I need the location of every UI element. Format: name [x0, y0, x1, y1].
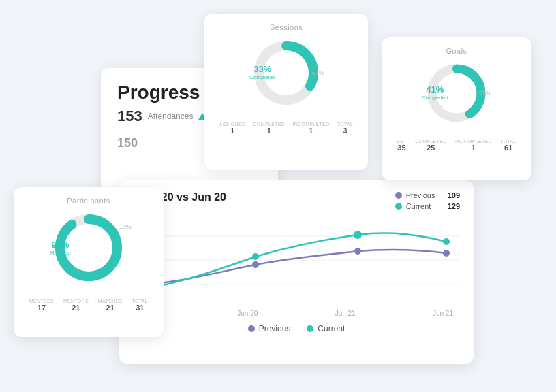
legend-previous: Previous 109 — [395, 191, 460, 199]
goals-pct: 41% — [422, 85, 448, 95]
line-chart — [133, 216, 460, 304]
previous-dot — [395, 192, 402, 199]
x-label-2: Jun 20 — [237, 310, 258, 317]
current-point-2 — [354, 231, 362, 239]
legend-current: Current 129 — [395, 202, 460, 210]
participants-title: Participants — [25, 197, 153, 205]
chart-card: June 20 vs Jun 20 Previous 109 Current 1… — [119, 180, 474, 364]
chart-x-axis: Jun 19 Jun 20 Jun 21 Jun 21 — [133, 310, 460, 317]
bottom-current-label: Current — [318, 324, 345, 333]
current-point-3 — [443, 238, 450, 245]
chart-legend: Previous 109 Current 129 — [395, 191, 460, 210]
goals-stat-incompleted: INCOMPLETED 1 — [455, 139, 492, 152]
goals-remaining-pct: 59% — [479, 90, 491, 97]
goals-card: Goals 41% Completed 59% SET 35 COMPLETED… — [382, 37, 531, 180]
participants-remaining-pct: 10% — [119, 223, 132, 230]
bottom-legend-previous: Previous — [248, 324, 291, 333]
participants-card: Participants 90% Matched 10% MENTEES 17 … — [14, 187, 164, 337]
sessions-stats: ASSIGNED 1 COMPLETED 1 INCOMPLETED 1 TOT… — [215, 116, 357, 135]
sessions-pct: 33% — [249, 65, 276, 74]
sessions-stat-assigned: ASSIGNED 1 — [219, 122, 246, 135]
goals-title: Goals — [392, 47, 521, 55]
goals-stat-set: SET 35 — [397, 139, 407, 152]
bottom-current-dot — [307, 325, 313, 332]
chart-area — [133, 216, 460, 304]
sessions-stat-completed: COMPLETED 1 — [253, 122, 285, 135]
previous-value: 109 — [448, 191, 460, 199]
bottom-previous-dot — [248, 325, 255, 332]
previous-label: Previous — [406, 191, 444, 199]
goals-stats: SET 35 COMPLETED 25 INCOMPLETED 1 TOTAL … — [392, 133, 521, 152]
participants-stat-mentees: MENTEES 17 — [29, 299, 54, 312]
participants-matched-label: Matched — [50, 250, 71, 256]
participants-stat-mentors: MENTORS 21 — [63, 299, 89, 312]
sessions-stat-incompleted: INCOMPLETED 1 — [292, 122, 329, 135]
chart-bottom-legend: Previous Current — [133, 324, 460, 333]
current-point-1 — [252, 253, 259, 260]
bottom-legend-current: Current — [307, 324, 345, 333]
attendance-number: 153 — [117, 108, 142, 125]
goals-completed-label: Completed — [422, 95, 448, 101]
x-label-4: Jun 21 — [433, 310, 453, 317]
previous-point-3 — [443, 250, 450, 257]
sessions-stat-total: TOTAL 3 — [337, 122, 353, 135]
sessions-title: Sessions — [215, 23, 357, 31]
participants-stat-matches: MATCHES 21 — [98, 299, 123, 312]
current-value: 129 — [448, 202, 460, 210]
participants-stats: MENTEES 17 MENTORS 21 MATCHES 21 TOTAL 3… — [25, 293, 153, 312]
sessions-card: Sessions 33% Completed 67% ASSIGNED 1 CO… — [204, 14, 368, 170]
attendance-label: Attendances — [148, 112, 194, 121]
current-dot — [395, 203, 402, 210]
goals-stat-total: TOTAL 61 — [500, 139, 516, 152]
bottom-previous-label: Previous — [259, 324, 291, 333]
sessions-remaining-pct: 67% — [312, 69, 324, 76]
participants-stat-total: TOTAL 31 — [132, 299, 148, 312]
x-label-3: Jun 21 — [335, 310, 356, 317]
previous-point-1 — [252, 261, 259, 268]
participants-pct: 90% — [50, 240, 71, 250]
current-label: Current — [406, 202, 444, 210]
sessions-completed-label: Completed — [249, 75, 276, 81]
goals-stat-completed: COMPLETED 25 — [415, 139, 446, 152]
previous-point-2 — [354, 248, 361, 255]
